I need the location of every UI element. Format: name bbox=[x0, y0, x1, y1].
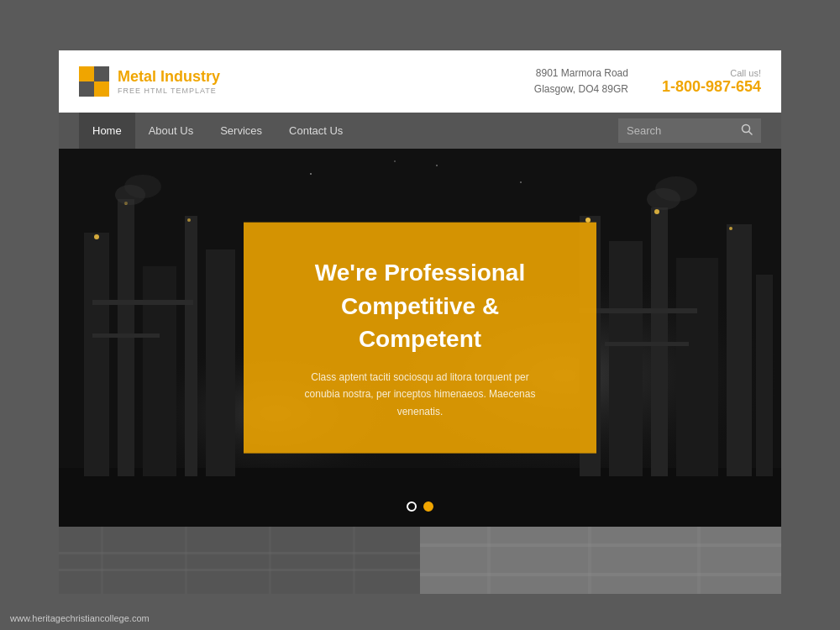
footer-url: www.heritagechristiancollege.com bbox=[10, 613, 150, 623]
brand-name: Metal Industry bbox=[118, 68, 220, 87]
svg-rect-23 bbox=[676, 258, 718, 476]
search-box[interactable] bbox=[618, 118, 761, 143]
nav-links: Home About Us Services Contact Us bbox=[79, 113, 356, 149]
hero-section: We're Professional Competitive & Compete… bbox=[59, 149, 781, 527]
site-header: Metal Industry FREE HTML TEMPLATE 8901 M… bbox=[59, 50, 781, 113]
svg-rect-3 bbox=[94, 66, 109, 81]
svg-rect-2 bbox=[79, 81, 94, 97]
svg-rect-1 bbox=[94, 81, 109, 97]
hero-subtitle: Class aptent taciti sociosqu ad litora t… bbox=[294, 369, 546, 420]
search-input[interactable] bbox=[627, 124, 736, 137]
svg-rect-47 bbox=[420, 543, 781, 547]
svg-rect-39 bbox=[59, 527, 420, 594]
svg-rect-16 bbox=[92, 333, 160, 338]
svg-rect-27 bbox=[605, 342, 689, 346]
slider-dot-2[interactable] bbox=[423, 501, 433, 512]
nav-item-contact[interactable]: Contact Us bbox=[276, 113, 356, 149]
svg-point-34 bbox=[655, 176, 697, 202]
svg-rect-42 bbox=[101, 527, 103, 594]
svg-rect-43 bbox=[185, 527, 187, 594]
svg-rect-46 bbox=[420, 527, 781, 594]
nav-item-about[interactable]: About Us bbox=[135, 113, 207, 149]
svg-point-29 bbox=[654, 209, 659, 214]
svg-rect-0 bbox=[79, 66, 94, 81]
svg-rect-45 bbox=[353, 527, 355, 594]
svg-rect-13 bbox=[185, 216, 197, 476]
bottom-card-2 bbox=[420, 527, 781, 594]
svg-point-35 bbox=[310, 173, 312, 175]
bottom-strip bbox=[59, 527, 781, 594]
bottom-card-1 bbox=[59, 527, 420, 594]
logo-text: Metal Industry FREE HTML TEMPLATE bbox=[118, 68, 220, 95]
svg-line-5 bbox=[749, 132, 753, 135]
nav-link-services[interactable]: Services bbox=[207, 113, 276, 149]
svg-rect-14 bbox=[206, 249, 235, 476]
svg-rect-50 bbox=[588, 527, 591, 594]
hero-title: We're Professional Competitive & Compete… bbox=[294, 256, 546, 355]
slider-dots bbox=[407, 501, 433, 512]
svg-rect-15 bbox=[92, 300, 193, 305]
svg-rect-10 bbox=[84, 233, 109, 476]
nav-item-services[interactable]: Services bbox=[207, 113, 276, 149]
search-icon bbox=[741, 123, 753, 135]
svg-rect-48 bbox=[420, 573, 781, 576]
svg-rect-51 bbox=[697, 527, 701, 594]
nav-link-contact[interactable]: Contact Us bbox=[276, 113, 356, 149]
hero-overlay-box: We're Professional Competitive & Compete… bbox=[244, 223, 596, 454]
svg-point-32 bbox=[124, 175, 161, 198]
svg-rect-40 bbox=[59, 552, 420, 554]
address-line1: 8901 Marmora Road bbox=[536, 67, 628, 79]
slider-dot-1[interactable] bbox=[407, 501, 417, 512]
phone-block: Call us! 1-800-987-654 bbox=[662, 68, 761, 96]
svg-rect-41 bbox=[59, 569, 420, 571]
nav-link-about[interactable]: About Us bbox=[135, 113, 207, 149]
site-nav: Home About Us Services Contact Us bbox=[59, 113, 781, 149]
svg-point-19 bbox=[187, 218, 191, 222]
nav-link-home[interactable]: Home bbox=[79, 113, 135, 149]
address-block: 8901 Marmora Road Glasgow, DO4 89GR bbox=[534, 66, 628, 97]
brand-tagline: FREE HTML TEMPLATE bbox=[118, 87, 220, 95]
svg-rect-49 bbox=[487, 527, 491, 594]
header-right: 8901 Marmora Road Glasgow, DO4 89GR Call… bbox=[534, 66, 761, 97]
address-line2: Glasgow, DO4 89GR bbox=[534, 83, 628, 95]
svg-rect-9 bbox=[59, 468, 781, 527]
svg-rect-26 bbox=[580, 308, 697, 313]
phone-number: 1-800-987-654 bbox=[662, 78, 761, 95]
logo-area: Metal Industry FREE HTML TEMPLATE bbox=[79, 66, 220, 97]
svg-point-17 bbox=[94, 234, 99, 239]
call-label: Call us! bbox=[662, 68, 761, 78]
svg-point-37 bbox=[520, 181, 522, 183]
svg-point-36 bbox=[436, 165, 438, 166]
svg-point-30 bbox=[729, 227, 732, 230]
svg-rect-21 bbox=[609, 241, 643, 476]
nav-item-home[interactable]: Home bbox=[79, 113, 135, 149]
svg-point-38 bbox=[394, 160, 396, 162]
search-button[interactable] bbox=[741, 123, 753, 138]
svg-rect-12 bbox=[143, 266, 176, 476]
svg-rect-25 bbox=[756, 275, 773, 476]
logo-icon bbox=[79, 66, 109, 97]
svg-rect-24 bbox=[727, 224, 752, 476]
svg-rect-44 bbox=[269, 527, 271, 594]
